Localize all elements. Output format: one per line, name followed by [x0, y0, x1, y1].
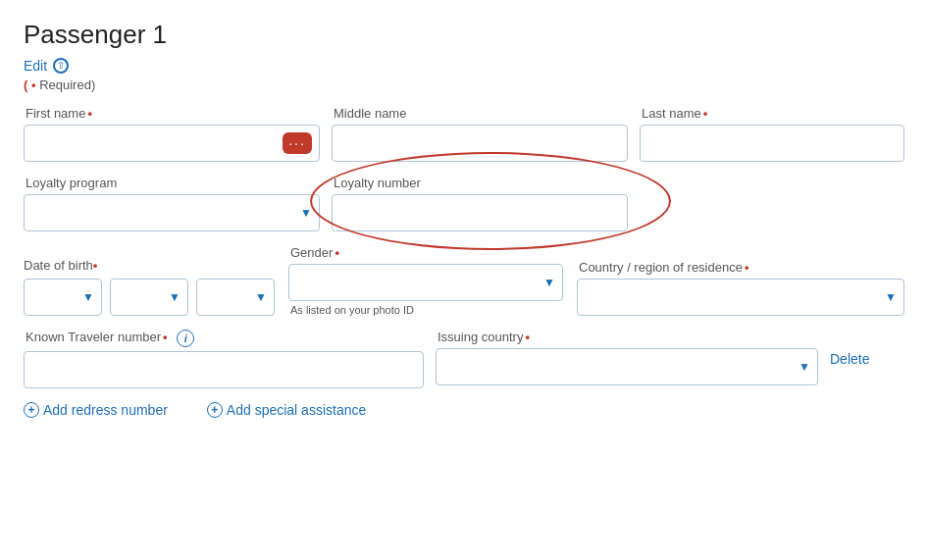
loyalty-number-input[interactable] — [332, 194, 628, 231]
ktn-label: Known Traveler number• i — [24, 330, 424, 347]
dob-year-wrapper: ▼ — [196, 279, 275, 316]
add-redress-label: Add redress number — [43, 402, 168, 418]
gender-group: Gender• ▼ As listed on your photo ID — [288, 245, 563, 316]
delete-button[interactable]: Delete — [830, 330, 869, 367]
collapse-icon[interactable]: ⇧ — [53, 58, 69, 74]
dots-icon: ··· — [288, 136, 306, 150]
add-links-row: + Add redress number + Add special assis… — [24, 402, 904, 418]
add-redress-icon: + — [24, 402, 39, 418]
first-name-label: First name• — [24, 106, 320, 121]
country-label: Country / region of residence• — [577, 260, 904, 275]
required-note: ( • Required) — [24, 77, 904, 92]
middle-name-label: Middle name — [332, 106, 628, 121]
required-text: Required) — [39, 77, 95, 92]
loyalty-number-group: Loyalty number — [332, 176, 628, 231]
add-assistance-icon: + — [207, 402, 223, 418]
middle-name-input[interactable] — [332, 125, 628, 162]
dob-month-select[interactable] — [24, 279, 102, 316]
add-assistance-link[interactable]: + Add special assistance — [207, 402, 366, 418]
last-name-input[interactable] — [640, 125, 904, 162]
dob-year-select[interactable] — [196, 279, 275, 316]
dob-label: Date of birth• — [24, 258, 275, 273]
issuing-country-group: Issuing country• ▼ — [436, 330, 818, 385]
middle-name-group: Middle name — [332, 106, 628, 162]
dob-block: Date of birth• ▼ ▼ ▼ — [24, 258, 275, 316]
loyalty-program-group: Loyalty program ▼ — [24, 176, 320, 231]
ktn-row: Known Traveler number• i Issuing country… — [24, 330, 904, 388]
loyalty-program-select[interactable] — [24, 194, 320, 231]
issuing-country-select[interactable] — [436, 348, 818, 385]
add-assistance-label: Add special assistance — [227, 402, 366, 418]
page-title: Passenger 1 — [24, 20, 904, 50]
first-name-group: First name• ··· — [24, 106, 320, 162]
required-dot: ( • — [24, 77, 36, 92]
loyalty-number-label: Loyalty number — [332, 176, 628, 190]
issuing-country-label: Issuing country• — [436, 330, 818, 344]
dob-gender-row: Date of birth• ▼ ▼ ▼ — [24, 245, 904, 316]
dob-month-wrapper: ▼ — [24, 279, 102, 316]
last-name-label: Last name• — [640, 106, 904, 121]
add-redress-link[interactable]: + Add redress number — [24, 402, 168, 418]
country-select[interactable] — [577, 279, 904, 316]
ktn-input[interactable] — [24, 351, 424, 388]
dob-dropdowns: ▼ ▼ ▼ — [24, 279, 275, 316]
autofill-icon-button[interactable]: ··· — [283, 132, 312, 154]
edit-link[interactable]: Edit — [24, 58, 47, 74]
loyalty-row: Loyalty program ▼ Loyalty number — [24, 176, 904, 231]
name-row: First name• ··· Middle name Last name• — [24, 106, 904, 162]
gender-select[interactable] — [288, 264, 563, 301]
dob-day-select[interactable] — [110, 279, 188, 316]
first-name-input-wrapper: ··· — [24, 125, 320, 162]
loyalty-program-label: Loyalty program — [24, 176, 320, 190]
ktn-info-icon[interactable]: i — [177, 330, 194, 347]
ktn-group: Known Traveler number• i — [24, 330, 424, 388]
dob-day-wrapper: ▼ — [110, 279, 188, 316]
gender-label: Gender• — [288, 245, 563, 260]
last-name-group: Last name• — [640, 106, 904, 162]
first-name-input[interactable] — [24, 125, 320, 162]
country-group: Country / region of residence• ▼ — [577, 260, 904, 316]
gender-note: As listed on your photo ID — [288, 304, 563, 316]
